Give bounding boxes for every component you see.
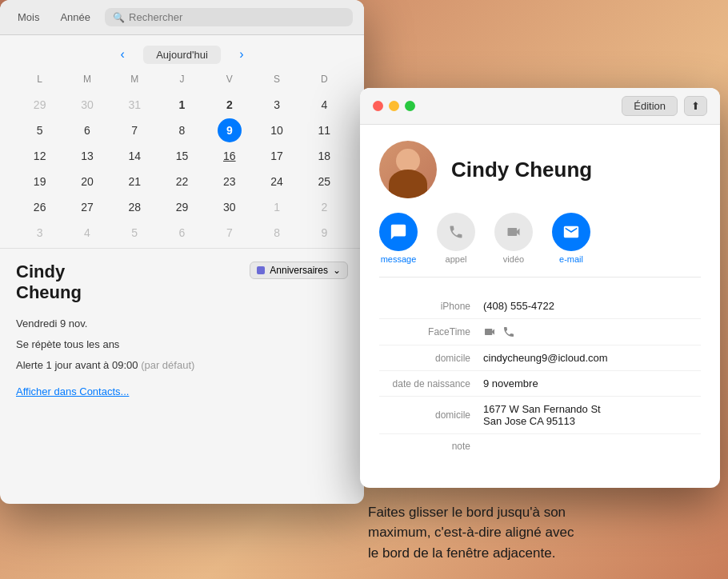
day-cell[interactable]: 19 <box>28 170 52 194</box>
iphone-value[interactable]: (408) 555-4722 <box>483 300 554 312</box>
today-button[interactable]: Aujourd'hui <box>143 46 221 64</box>
day-cell[interactable]: 25 <box>312 170 336 194</box>
event-person-name: CindyCheung <box>16 262 82 304</box>
prev-button[interactable]: ‹ <box>113 45 132 64</box>
weekday-m2: M <box>111 70 158 88</box>
day-cell[interactable]: 12 <box>28 144 52 168</box>
day-cell[interactable]: 24 <box>265 170 289 194</box>
next-button[interactable]: › <box>232 45 251 64</box>
action-appel[interactable]: appel <box>437 213 475 264</box>
share-button[interactable]: ⬆ <box>684 96 707 116</box>
info-row-email: domicile cindycheung9@icloud.com <box>379 345 701 371</box>
day-cell-today[interactable]: 9 <box>218 118 242 142</box>
caption-content: Faites glisser le bord jusqu'à sonmaximu… <box>368 505 574 561</box>
calendar-selector[interactable]: Anniversaires ⌄ <box>250 262 348 279</box>
email-icon-circle <box>552 213 590 251</box>
day-cell[interactable]: 2 <box>312 195 336 219</box>
contact-info: iPhone (408) 555-4722 FaceTime domicile … <box>379 293 701 458</box>
day-cell[interactable]: 5 <box>28 118 52 142</box>
afficher-link[interactable]: Afficher dans Contacts... <box>16 385 348 397</box>
day-cell[interactable]: 29 <box>28 93 52 117</box>
day-cell[interactable]: 31 <box>122 93 146 117</box>
caption-text: Faites glisser le bord jusqu'à sonmaximu… <box>368 502 720 564</box>
day-cell[interactable]: 23 <box>218 170 242 194</box>
day-cell[interactable]: 30 <box>75 93 99 117</box>
action-email[interactable]: e-mail <box>552 213 590 264</box>
week-row-5: 26 27 28 29 30 1 2 <box>16 195 348 219</box>
day-cell[interactable]: 7 <box>122 118 146 142</box>
weekday-row: L M M J V S D <box>16 70 348 88</box>
day-cell[interactable]: 4 <box>75 221 99 245</box>
calendar-name: Anniversaires <box>270 265 328 276</box>
traffic-lights <box>373 101 415 111</box>
action-buttons: message appel vidéo e-mail <box>379 213 701 278</box>
week-row-4: 19 20 21 22 23 24 25 <box>16 170 348 194</box>
weekday-m1: M <box>63 70 110 88</box>
weekday-d: D <box>301 70 348 88</box>
weekday-v: V <box>206 70 253 88</box>
maximize-button[interactable] <box>405 101 415 111</box>
day-cell[interactable]: 17 <box>265 144 289 168</box>
video-icon-circle <box>494 213 533 251</box>
info-row-facetime: FaceTime <box>379 319 701 345</box>
day-cell[interactable]: 4 <box>312 93 336 117</box>
day-cell[interactable]: 13 <box>75 144 99 168</box>
note-label: note <box>379 441 483 452</box>
day-cell[interactable]: 7 <box>218 221 242 245</box>
day-cell[interactable]: 6 <box>170 221 194 245</box>
day-cell[interactable]: 11 <box>312 118 336 142</box>
day-cell[interactable]: 21 <box>122 170 146 194</box>
info-row-iphone: iPhone (408) 555-4722 <box>379 293 701 319</box>
search-bar[interactable]: 🔍 <box>105 8 353 26</box>
calendar-nav: ‹ Aujourd'hui › <box>0 35 364 70</box>
day-cell[interactable]: 15 <box>170 144 194 168</box>
week-row-2: 5 6 7 8 9 10 11 <box>16 118 348 142</box>
event-details: Vendredi 9 nov. Se répète tous les ans A… <box>16 313 348 376</box>
day-cell[interactable]: 14 <box>122 144 146 168</box>
edition-button[interactable]: Édition <box>622 96 678 116</box>
facetime-label: FaceTime <box>379 326 483 337</box>
day-cell[interactable]: 2 <box>218 93 242 117</box>
day-cell[interactable]: 20 <box>75 170 99 194</box>
day-cell[interactable]: 30 <box>218 195 242 219</box>
close-button[interactable] <box>373 101 383 111</box>
tab-annee[interactable]: Année <box>54 8 97 26</box>
minimize-button[interactable] <box>389 101 399 111</box>
address-value: 1677 W San Fernando StSan Jose CA 95113 <box>483 403 601 427</box>
search-input[interactable] <box>129 11 345 23</box>
day-cell[interactable]: 1 <box>170 93 194 117</box>
day-cell[interactable]: 10 <box>265 118 289 142</box>
day-cell[interactable]: 8 <box>170 118 194 142</box>
contact-titlebar: Édition ⬆ <box>360 88 720 125</box>
domicile-label-2: domicile <box>379 409 483 421</box>
contact-window: Édition ⬆ Cindy Cheung message <box>360 88 720 488</box>
day-cell[interactable]: 8 <box>265 221 289 245</box>
email-value[interactable]: cindycheung9@icloud.com <box>483 352 608 364</box>
message-label: message <box>381 254 417 264</box>
day-cell[interactable]: 3 <box>265 93 289 117</box>
day-cell[interactable]: 28 <box>122 195 146 219</box>
event-repeat: Se répète tous les ans <box>16 334 348 355</box>
day-cell[interactable]: 5 <box>122 221 146 245</box>
day-cell[interactable]: 9 <box>312 221 336 245</box>
day-cell[interactable]: 6 <box>75 118 99 142</box>
week-row-6: 3 4 5 6 7 8 9 <box>16 221 348 245</box>
chevron-down-icon: ⌄ <box>333 265 341 276</box>
tab-mois[interactable]: Mois <box>11 8 46 26</box>
contact-header: Cindy Cheung <box>379 141 701 198</box>
day-cell[interactable]: 3 <box>28 221 52 245</box>
action-video[interactable]: vidéo <box>494 213 533 264</box>
action-message[interactable]: message <box>379 213 418 264</box>
day-cell[interactable]: 29 <box>170 195 194 219</box>
day-cell[interactable]: 27 <box>75 195 99 219</box>
event-alert: Alerte 1 jour avant à 09:00 (par défaut) <box>16 355 348 376</box>
weekday-j: J <box>158 70 206 88</box>
day-cell[interactable]: 22 <box>170 170 194 194</box>
iphone-label: iPhone <box>379 301 483 312</box>
calendar-window: Mois Année 🔍 ‹ Aujourd'hui › L M M J V S… <box>0 0 364 504</box>
day-cell[interactable]: 18 <box>312 144 336 168</box>
day-cell[interactable]: 16 <box>218 144 242 168</box>
domicile-label-1: domicile <box>379 353 483 364</box>
day-cell[interactable]: 1 <box>265 195 289 219</box>
day-cell[interactable]: 26 <box>28 195 52 219</box>
